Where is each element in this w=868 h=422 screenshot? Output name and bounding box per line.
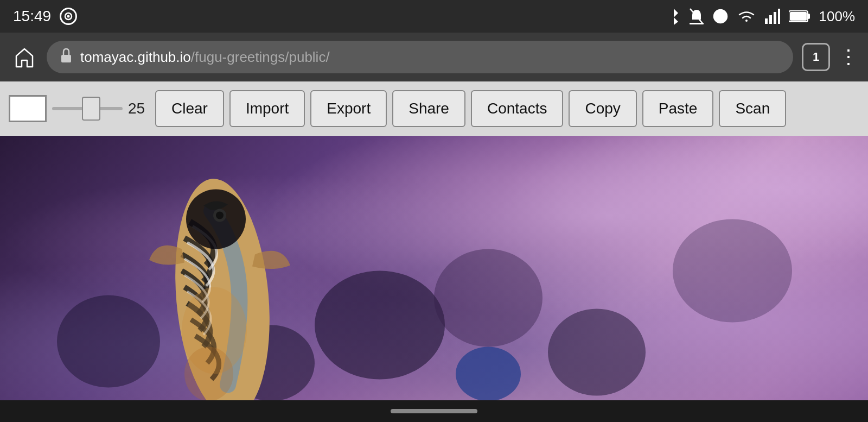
notifications-off-icon: [689, 8, 704, 25]
status-left: 15:49: [13, 8, 77, 25]
svg-point-24: [216, 212, 224, 219]
color-swatch[interactable]: [9, 95, 47, 122]
menu-button[interactable]: ⋮: [839, 46, 857, 68]
export-button[interactable]: Export: [310, 90, 387, 127]
svg-rect-9: [778, 9, 780, 24]
notification-icon: [60, 8, 77, 25]
svg-rect-13: [61, 55, 71, 62]
status-bar: 15:49: [0, 0, 868, 33]
fish-image: [0, 136, 868, 400]
svg-point-1: [67, 15, 70, 18]
svg-rect-6: [765, 18, 768, 24]
canvas-area[interactable]: [0, 136, 868, 400]
address-domain: tomayac.github.io: [80, 49, 191, 65]
svg-rect-12: [790, 12, 807, 21]
share-button[interactable]: Share: [392, 90, 465, 127]
svg-point-16: [434, 249, 542, 347]
bluetooth-icon: [667, 8, 680, 25]
address-bar[interactable]: tomayac.github.io/fugu-greetings/public/: [47, 41, 793, 73]
paste-button[interactable]: Paste: [642, 90, 714, 127]
import-button[interactable]: Import: [229, 90, 305, 127]
signal-icon: [765, 9, 780, 24]
nav-bar: [0, 400, 868, 422]
address-path: /fugu-greetings/public/: [191, 49, 330, 65]
toolbar: 25 Clear Import Export Share Contacts Co…: [0, 81, 868, 136]
slider-value: 25: [128, 100, 150, 117]
status-time: 15:49: [13, 8, 51, 25]
browser-bar: tomayac.github.io/fugu-greetings/public/…: [0, 33, 868, 81]
svg-point-20: [456, 347, 521, 401]
scan-button[interactable]: Scan: [719, 90, 786, 127]
tab-count-button[interactable]: 1: [802, 43, 830, 71]
svg-point-19: [57, 295, 160, 388]
battery-icon: [789, 10, 810, 23]
svg-rect-7: [769, 15, 772, 24]
svg-point-26: [184, 347, 233, 401]
home-button[interactable]: [11, 43, 38, 71]
battery-percentage: 100%: [819, 8, 856, 25]
clear-button[interactable]: Clear: [155, 90, 224, 127]
contacts-button[interactable]: Contacts: [471, 90, 564, 127]
slider-container: 25: [52, 100, 150, 117]
wifi-icon: [737, 9, 756, 24]
status-right: 100%: [667, 8, 856, 25]
copy-button[interactable]: Copy: [569, 90, 636, 127]
svg-point-17: [548, 309, 646, 396]
svg-point-14: [315, 271, 445, 380]
dnd-icon: [713, 9, 728, 24]
brush-size-slider[interactable]: [52, 107, 123, 110]
svg-rect-11: [808, 14, 810, 19]
home-indicator: [391, 409, 477, 413]
lock-icon: [60, 48, 73, 66]
svg-point-18: [673, 219, 792, 323]
svg-rect-8: [774, 12, 776, 24]
slider-thumb[interactable]: [82, 97, 100, 121]
address-text: tomayac.github.io/fugu-greetings/public/: [80, 49, 330, 66]
